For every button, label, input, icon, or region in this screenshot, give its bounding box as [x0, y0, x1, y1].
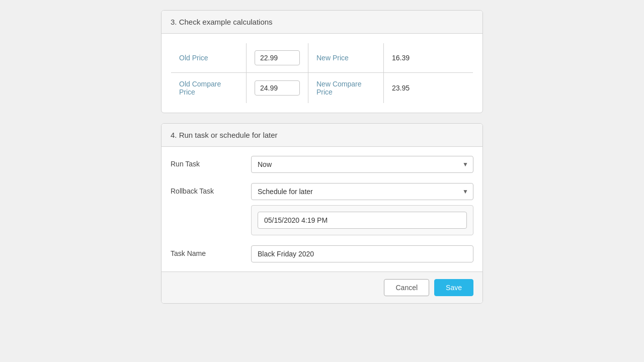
table-row: Old Compare Price New Compare Price 23.9…: [171, 73, 473, 104]
cancel-button[interactable]: Cancel: [384, 279, 429, 296]
run-task-control: Now Later ▼: [251, 156, 473, 173]
new-compare-price-value: 23.95: [384, 73, 473, 104]
run-task-select[interactable]: Now Later: [251, 156, 473, 173]
old-price-input-cell: [247, 43, 308, 73]
section4-header: 4. Run task or schedule for later: [162, 124, 482, 147]
datetime-wrapper: [251, 205, 473, 235]
task-name-input[interactable]: [251, 245, 473, 262]
card-footer: Cancel Save: [162, 272, 482, 303]
run-task-label: Run Task: [171, 156, 251, 168]
old-compare-price-input-cell: [247, 73, 308, 104]
new-price-label: New Price: [308, 43, 384, 73]
section3-header: 3. Check example calculations: [162, 11, 482, 34]
task-name-row: Task Name: [171, 245, 473, 262]
rollback-task-row: Rollback Task Schedule for later Now ▼: [171, 183, 473, 235]
rollback-task-control: Schedule for later Now ▼: [251, 183, 473, 235]
new-compare-price-label: New Compare Price: [308, 73, 384, 104]
run-task-select-wrapper: Now Later ▼: [251, 156, 473, 173]
rollback-task-select-wrapper: Schedule for later Now ▼: [251, 183, 473, 200]
table-row: Old Price New Price 16.39: [171, 43, 473, 73]
section4-card: 4. Run task or schedule for later Run Ta…: [161, 123, 483, 304]
task-name-control: [251, 245, 473, 262]
old-compare-price-input[interactable]: [255, 80, 300, 96]
rollback-task-label: Rollback Task: [171, 183, 251, 195]
old-compare-price-label: Old Compare Price: [171, 73, 247, 104]
old-price-input[interactable]: [255, 50, 300, 65]
section4-body: Run Task Now Later ▼ Rollback Task: [162, 147, 482, 272]
new-price-value: 16.39: [384, 43, 473, 73]
run-task-row: Run Task Now Later ▼: [171, 156, 473, 173]
calc-table: Old Price New Price 16.39 Old Compare Pr…: [171, 43, 473, 104]
rollback-task-select[interactable]: Schedule for later Now: [251, 183, 473, 200]
task-name-label: Task Name: [171, 245, 251, 257]
old-price-label: Old Price: [171, 43, 247, 73]
page-container: 3. Check example calculations Old Price …: [161, 10, 483, 304]
section3-body: Old Price New Price 16.39 Old Compare Pr…: [162, 34, 482, 113]
datetime-input[interactable]: [258, 212, 467, 229]
section3-card: 3. Check example calculations Old Price …: [161, 10, 483, 113]
save-button[interactable]: Save: [434, 279, 473, 296]
